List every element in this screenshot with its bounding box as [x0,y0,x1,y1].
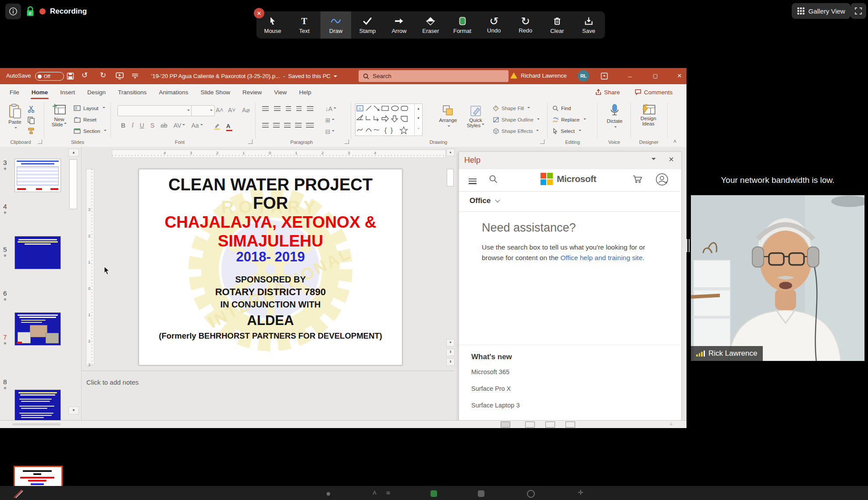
tool-arrow[interactable]: Arrow [384,11,414,39]
font-color-button[interactable]: A [226,122,232,131]
help-menu-button[interactable] [469,177,477,186]
tab-animations[interactable]: Animations [153,84,195,100]
slide-canvas[interactable]: ROTARY INTERNATIONAL CLEAN WATER PROJECT… [139,169,402,365]
dock-dot-icon[interactable] [327,492,330,496]
tool-format[interactable]: Format [447,11,478,39]
text-shadow-button[interactable]: S [150,122,154,129]
slideshow-view-button[interactable] [566,421,575,428]
account-icon[interactable] [655,173,669,186]
design-ideas-button[interactable]: Design Ideas [635,104,662,126]
tool-draw[interactable]: Draw [320,11,351,39]
paragraph-dialog-launcher[interactable] [345,139,349,144]
thumbnails-scroll-down-button[interactable]: ▼ [68,407,79,414]
slide-thumbnail-5[interactable] [14,312,61,346]
columns-button[interactable] [306,123,314,128]
decrease-font-button[interactable]: A˅ [228,107,236,114]
tool-clear[interactable]: Clear [542,11,573,39]
character-spacing-button[interactable]: AV [174,122,185,129]
replace-button[interactable]: bc Replace [552,117,586,123]
align-text-button[interactable]: ⊞ [325,117,334,124]
whats-new-item-surface-laptop-3[interactable]: Surface Laptop 3 [471,402,519,409]
close-annotation-toolbar-button[interactable]: ✕ [254,8,264,18]
arrange-button[interactable]: Arrange [436,104,460,131]
whats-new-item-surface-pro-x[interactable]: Surface Pro X [471,385,511,392]
decrease-indent-button[interactable] [286,106,291,111]
tab-insert[interactable]: Insert [54,84,81,100]
start-slideshow-icon[interactable] [116,72,124,79]
bold-button[interactable]: B [121,122,125,129]
help-pane-close-button[interactable]: ✕ [669,155,674,164]
ribbon-display-options-icon[interactable] [601,72,608,80]
new-slide-button[interactable]: New Slide [49,104,69,127]
bullets-button[interactable] [262,106,269,111]
redo-button[interactable]: ↻ [100,71,106,80]
tool-save[interactable]: Save [573,11,604,39]
slide-scroll-up-button[interactable]: ▲ [446,149,455,156]
reading-view-button[interactable] [545,421,555,428]
tab-help[interactable]: Help [293,84,317,100]
line-spacing-button[interactable] [307,106,313,111]
status-scroll-fragment[interactable] [12,423,60,425]
slide-thumbnail-4[interactable] [14,236,61,269]
tool-undo[interactable]: ↺ Undo [479,11,509,39]
italic-button[interactable]: I [132,122,134,129]
warning-icon[interactable] [510,72,517,79]
tool-text[interactable]: T Text [289,11,320,39]
undo-button[interactable]: ↺ [82,71,88,80]
collapse-ribbon-button[interactable]: ˄ [673,139,676,145]
slide-scrollbar-thumb[interactable] [447,169,454,186]
underline-button[interactable]: U [140,122,144,129]
zoom-fit-button[interactable]: ⌂ [670,421,672,426]
justify-button[interactable] [295,123,302,128]
change-case-button[interactable]: Aa [191,122,203,129]
whats-new-item-microsoft-365[interactable]: Microsoft 365 [471,368,509,375]
tab-review[interactable]: Review [236,84,268,100]
saved-status[interactable]: Saved to this PC [288,73,331,79]
reset-button[interactable]: Reset [74,117,96,123]
find-button[interactable]: Find [552,105,571,111]
quick-save-icon[interactable] [67,72,74,80]
previous-slide-button[interactable]: ⇞ [446,349,455,356]
text-highlight-button[interactable] [213,123,221,130]
copy-icon[interactable] [27,116,35,124]
maximize-button[interactable]: ▢ [650,70,661,82]
dock-square-icon[interactable] [478,490,484,497]
clear-formatting-button[interactable]: A⌀ [242,107,250,114]
format-painter-icon[interactable] [27,127,35,135]
dock-add-icon[interactable]: ✛ [578,489,583,496]
section-button[interactable]: Section [74,128,107,134]
dock-lines-icon[interactable]: ≋ [386,489,391,496]
shape-gallery-scroll[interactable]: ▲▼⌄ [414,104,422,135]
font-dialog-launcher[interactable] [248,139,253,144]
text-direction-button[interactable]: ↓A [325,105,336,112]
close-window-button[interactable]: × [674,70,685,82]
tool-stamp[interactable]: Stamp [352,11,383,39]
shape-effects-button[interactable]: Shape Effects [493,128,539,134]
tool-redo[interactable]: ↻ Redo [510,11,541,39]
fullscreen-button[interactable] [850,3,866,19]
shape-fill-button[interactable]: Shape Fill [493,105,530,111]
dock-circle-icon[interactable] [527,490,535,498]
align-left-button[interactable] [262,123,269,128]
notes-divider[interactable] [82,371,454,371]
drawing-dialog-launcher[interactable] [540,139,544,144]
minimize-button[interactable]: – [624,70,636,82]
quick-access-toolbar-menu-icon[interactable] [132,73,139,79]
normal-view-button[interactable] [501,421,510,428]
cart-icon[interactable] [633,175,642,183]
tool-eraser[interactable]: Eraser [415,11,446,39]
shape-gallery[interactable]: A {} ▲▼⌄ [355,104,423,136]
participant-video[interactable]: Rick Lawrence [691,195,864,361]
gallery-view-button[interactable]: Gallery View [792,3,850,19]
clipboard-dialog-launcher[interactable] [38,139,42,144]
strikethrough-button[interactable]: ab [160,122,167,129]
numbering-button[interactable] [274,106,281,111]
align-center-button[interactable] [273,123,280,128]
shape-outline-button[interactable]: Shape Outline [493,117,540,123]
dictate-button[interactable]: Dictate [602,104,627,132]
dock-share-screen-icon[interactable] [430,490,437,497]
slide-sorter-view-button[interactable] [525,421,535,428]
notes-placeholder[interactable]: Click to add notes [86,379,139,386]
increase-font-button[interactable]: A˄ [216,107,224,114]
thumbnails-scroll-up-button[interactable]: ▲ [68,149,79,157]
